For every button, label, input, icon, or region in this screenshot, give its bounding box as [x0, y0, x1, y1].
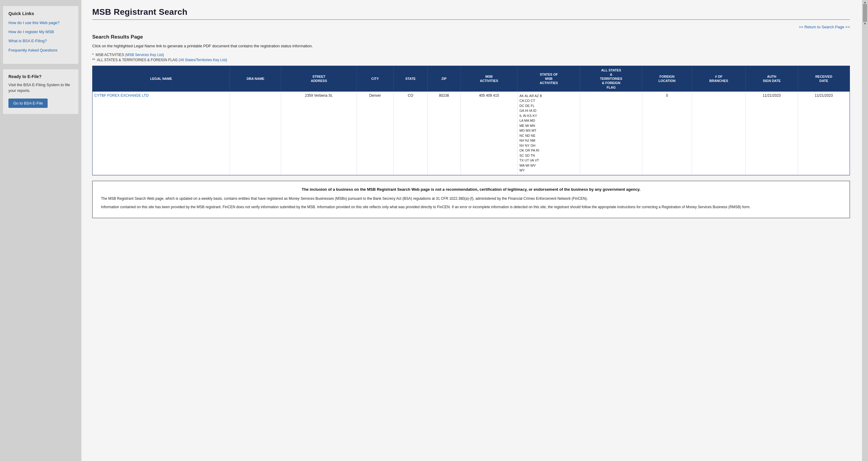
cell-num-branches [692, 92, 745, 175]
table-header-row-1: LEGAL NAME DBA NAME STREETADDRESS CITY S… [93, 66, 849, 92]
legend-row-2: ** ALL STATES & TERRITORIES & FOREIGN FL… [92, 58, 850, 62]
scroll-up-arrow[interactable]: ▲ [864, 1, 867, 4]
col-city: CITY [356, 66, 393, 92]
return-link-row: >> Return to Search Page << [92, 25, 850, 29]
cell-auth-sign-date: 11/21/2023 [746, 92, 798, 175]
efile-button[interactable]: Go to BSA E-File [8, 98, 48, 108]
efile-description: Visit the BSA E-Filing System to file yo… [8, 82, 73, 94]
sidebar-link-register[interactable]: How do I register My MSB [8, 29, 73, 35]
main-content: MSB Registrant Search >> Return to Searc… [82, 0, 862, 461]
col-street-address: STREETADDRESS [281, 66, 357, 92]
cell-zip: 80238 [427, 92, 461, 175]
legend-prefix-2: ** [92, 58, 96, 62]
col-all-states-header: ALL STATES&TERRITORIES& FOREIGNFLAG [580, 66, 642, 92]
page-title: MSB Registrant Search [92, 7, 850, 17]
legend-text-2: ALL STATES & TERRITORIES & FOREIGN FLAG [97, 58, 179, 62]
col-received-date: RECEIVEDDATE [798, 66, 849, 92]
return-to-search-link[interactable]: >> Return to Search Page << [799, 25, 850, 29]
legend-prefix-1: * [92, 53, 95, 57]
col-foreign-location: FOREIGNLOCATION [642, 66, 692, 92]
efile-title: Ready to E-File? [8, 74, 73, 79]
disclaimer-paragraph-1: The MSB Registrant Search Web page, whic… [101, 196, 841, 202]
table-row: CYTBF FOREX EXCHANGE LTD 2359 Verbena St… [93, 92, 849, 175]
title-divider [92, 19, 850, 20]
results-table-wrapper: LEGAL NAME DBA NAME STREETADDRESS CITY S… [92, 66, 850, 175]
col-state: STATE [394, 66, 427, 92]
cell-msb-activities: 405 409 415 [461, 92, 518, 175]
disclaimer-title: The inclusion of a business on the MSB R… [101, 186, 841, 192]
instructions-text: Click on the highlighted Legal Name link… [92, 43, 850, 49]
cell-state: CO [394, 92, 427, 175]
col-legal-name: LEGAL NAME [93, 66, 230, 92]
results-table: LEGAL NAME DBA NAME STREETADDRESS CITY S… [93, 66, 849, 175]
disclaimer-box: The inclusion of a business on the MSB R… [92, 181, 850, 218]
col-auth-sign-date: AUTHSIGN DATE [746, 66, 798, 92]
col-dba-name: DBA NAME [230, 66, 281, 92]
legend-link-2[interactable]: (All States/Territories Key List) [179, 58, 227, 62]
col-num-branches: # OFBRANCHES [692, 66, 745, 92]
cell-legal-name: CYTBF FOREX EXCHANGE LTD [93, 92, 230, 175]
cell-all-states-flag [580, 92, 642, 175]
cell-foreign-location: 0 [642, 92, 692, 175]
cell-dba-name [230, 92, 281, 175]
col-states-of-msb: STATES OFMSBACTIVITIES [518, 66, 580, 92]
cell-street-address: 2359 Verbena St, [281, 92, 357, 175]
quick-links-title: Quick Links [8, 11, 73, 16]
scroll-down-arrow[interactable]: ▼ [864, 22, 867, 25]
col-msb-activities: MSBACTIVITIES [461, 66, 518, 92]
left-sidebar: Quick Links How do I use this Web page? … [0, 0, 82, 461]
company-link[interactable]: CYTBF FOREX EXCHANGE LTD [94, 93, 149, 98]
quick-links-section: Quick Links How do I use this Web page? … [3, 6, 79, 64]
scrollbar[interactable]: ▲ ▼ [862, 0, 868, 461]
sidebar-link-bsa-efile[interactable]: What is BSA E-Filing? [8, 38, 73, 44]
sidebar-link-faq[interactable]: Frequently Asked Questions [8, 48, 73, 53]
disclaimer-paragraph-2: Information contained on this site has b… [101, 204, 841, 210]
legend-link-1[interactable]: (MSB Services Key List) [125, 53, 164, 57]
cell-city: Denver [356, 92, 393, 175]
section-title: Search Results Page [92, 34, 850, 40]
scrollbar-thumb[interactable] [863, 4, 867, 22]
legend-text-1: MSB ACTIVITIES [96, 53, 125, 57]
sidebar-link-how-to-use[interactable]: How do I use this Web page? [8, 20, 73, 26]
cell-received-date: 11/21/2023 [798, 92, 849, 175]
efile-box: Ready to E-File? Visit the BSA E-Filing … [3, 69, 79, 114]
legend-row-1: * MSB ACTIVITIES (MSB Services Key List) [92, 53, 850, 57]
cell-states-of-msb: AK AL AR AZ B CA CO CT DC DE FL GA HI IA… [518, 92, 580, 175]
col-zip: ZIP [427, 66, 461, 92]
